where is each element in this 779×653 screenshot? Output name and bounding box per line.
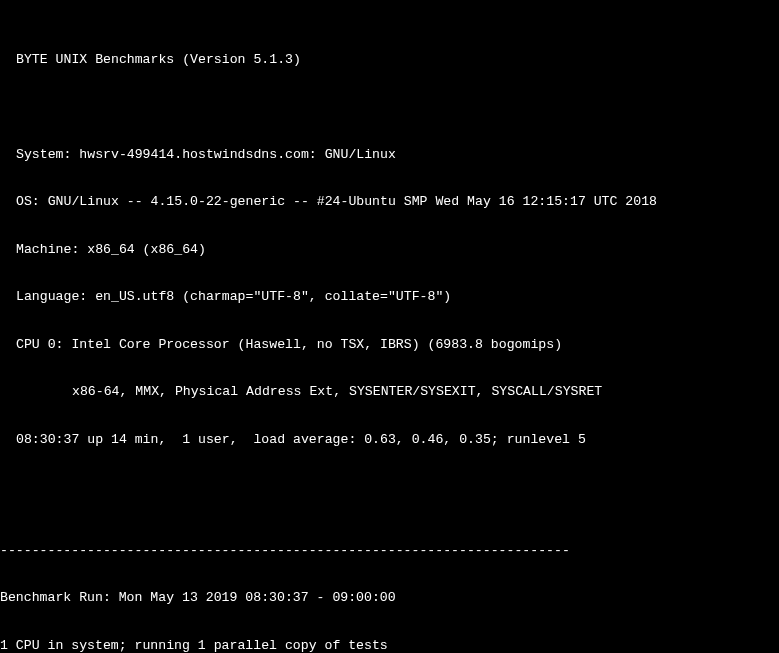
run-when: Benchmark Run: Mon May 13 2019 08:30:37 … xyxy=(0,590,779,606)
machine-line: Machine: x86_64 (x86_64) xyxy=(0,242,779,258)
header-title: BYTE UNIX Benchmarks (Version 5.1.3) xyxy=(0,52,779,68)
language-line: Language: en_US.utf8 (charmap="UTF-8", c… xyxy=(0,289,779,305)
system-line: System: hwsrv-499414.hostwindsdns.com: G… xyxy=(0,147,779,163)
os-line: OS: GNU/Linux -- 4.15.0-22-generic -- #2… xyxy=(0,194,779,210)
cpu-features-line: x86-64, MMX, Physical Address Ext, SYSEN… xyxy=(0,384,779,400)
uptime-line: 08:30:37 up 14 min, 1 user, load average… xyxy=(0,432,779,448)
terminal-output: BYTE UNIX Benchmarks (Version 5.1.3) Sys… xyxy=(0,0,779,653)
divider: ----------------------------------------… xyxy=(0,543,779,559)
cpu-line: CPU 0: Intel Core Processor (Haswell, no… xyxy=(0,337,779,353)
blank-line xyxy=(0,99,779,115)
blank-line xyxy=(0,479,779,495)
run-config: 1 CPU in system; running 1 parallel copy… xyxy=(0,638,779,653)
